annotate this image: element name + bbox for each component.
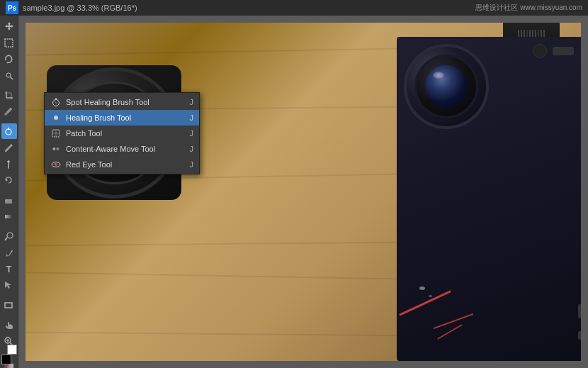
svg-rect-13 bbox=[5, 215, 13, 218]
dust-1 bbox=[419, 286, 425, 290]
ps-logo: Ps bbox=[6, 1, 18, 14]
patch-label: Patch Tool bbox=[66, 129, 186, 138]
tool-path-select[interactable] bbox=[1, 277, 17, 293]
spot-heal-shortcut: J bbox=[190, 98, 194, 106]
tool-history-brush[interactable] bbox=[1, 172, 17, 188]
svg-point-14 bbox=[7, 233, 13, 238]
tool-crop[interactable] bbox=[1, 87, 17, 103]
tool-pen[interactable] bbox=[1, 245, 17, 260]
watermark-text: 思维设计社区 www.missyuan.com bbox=[475, 3, 582, 13]
tool-move[interactable] bbox=[1, 18, 17, 34]
svg-line-3 bbox=[11, 77, 13, 79]
background-color[interactable] bbox=[7, 345, 17, 355]
foreground-color[interactable] bbox=[1, 355, 11, 364]
canvas-area: Spot Healing Brush Tool J Healing Brush … bbox=[18, 16, 588, 368]
svg-point-8 bbox=[6, 129, 11, 135]
content-aware-icon bbox=[50, 143, 62, 155]
svg-rect-17 bbox=[5, 303, 12, 308]
camera-main-lens bbox=[404, 44, 489, 129]
photo-background bbox=[26, 23, 581, 361]
red-eye-icon bbox=[50, 159, 62, 170]
svg-marker-10 bbox=[6, 179, 8, 182]
tool-marquee[interactable] bbox=[1, 35, 17, 50]
heal-icon bbox=[50, 112, 62, 123]
spot-heal-icon bbox=[50, 96, 62, 108]
main-layout: T bbox=[0, 16, 588, 368]
svg-line-15 bbox=[5, 238, 7, 240]
heal-shortcut: J bbox=[190, 113, 194, 122]
svg-rect-1 bbox=[5, 39, 13, 47]
tool-eraser[interactable] bbox=[1, 192, 17, 208]
content-aware-shortcut: J bbox=[190, 145, 194, 153]
tool-shape[interactable] bbox=[1, 297, 17, 313]
tool-hand[interactable] bbox=[1, 317, 17, 333]
dust-2 bbox=[429, 295, 432, 297]
tool-clone-stamp[interactable] bbox=[1, 156, 17, 172]
menu-item-patch[interactable]: Patch Tool J bbox=[45, 126, 199, 141]
svg-point-37 bbox=[55, 163, 56, 165]
patch-icon bbox=[50, 128, 62, 139]
content-aware-label: Content-Aware Move Tool bbox=[66, 145, 186, 153]
title-bar: Ps sample3.jpg @ 33.3% (RGB/16*) 思维设计社区 … bbox=[0, 0, 588, 16]
tool-spot-heal[interactable] bbox=[1, 123, 17, 139]
menu-item-red-eye[interactable]: Red Eye Tool J bbox=[45, 157, 199, 172]
patch-shortcut: J bbox=[190, 129, 194, 138]
tool-eyedropper[interactable] bbox=[1, 104, 17, 119]
title-bar-right: 思维设计社区 www.missyuan.com bbox=[475, 0, 582, 16]
svg-marker-16 bbox=[5, 281, 11, 289]
camera-body bbox=[397, 37, 581, 361]
spot-heal-label: Spot Healing Brush Tool bbox=[66, 98, 186, 106]
svg-point-2 bbox=[6, 73, 11, 77]
toolbar: T bbox=[0, 16, 18, 368]
tool-type[interactable]: T bbox=[1, 261, 17, 277]
image-canvas bbox=[26, 23, 581, 361]
menu-item-spot-heal[interactable]: Spot Healing Brush Tool J bbox=[45, 94, 199, 110]
menu-item-content-aware[interactable]: Content-Aware Move Tool J bbox=[45, 141, 199, 157]
menu-item-heal[interactable]: Healing Brush Tool J bbox=[45, 110, 199, 126]
window-title: sample3.jpg @ 33.3% (RGB/16*) bbox=[23, 4, 137, 12]
heal-label: Healing Brush Tool bbox=[66, 113, 186, 122]
tool-brush[interactable] bbox=[1, 140, 17, 155]
red-eye-label: Red Eye Tool bbox=[66, 160, 186, 169]
tool-dodge[interactable] bbox=[1, 228, 17, 244]
svg-rect-12 bbox=[8, 199, 12, 203]
svg-marker-0 bbox=[5, 22, 13, 30]
tool-lasso[interactable] bbox=[1, 51, 17, 67]
tool-quick-select[interactable] bbox=[1, 67, 17, 83]
tool-gradient[interactable] bbox=[1, 208, 17, 224]
svg-line-30 bbox=[55, 101, 57, 104]
red-eye-shortcut: J bbox=[190, 160, 194, 169]
context-menu: Spot Healing Brush Tool J Healing Brush … bbox=[44, 92, 200, 174]
active-dot bbox=[54, 116, 58, 120]
